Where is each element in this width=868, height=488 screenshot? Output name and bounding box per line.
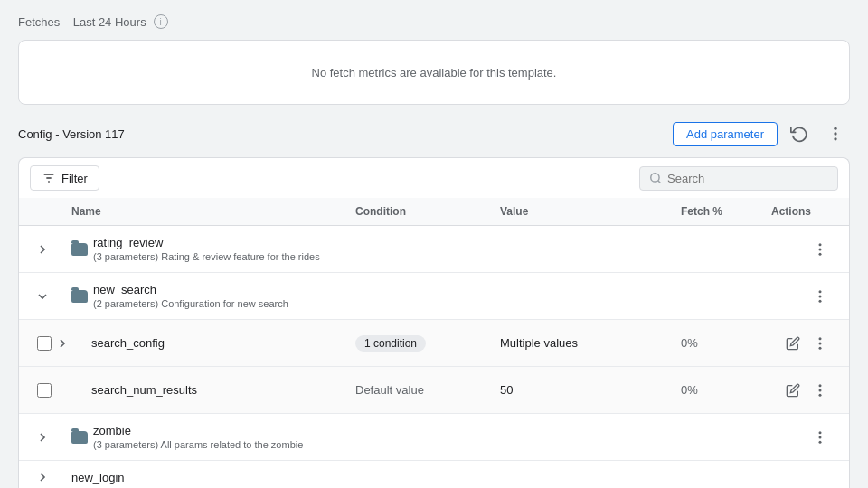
- table-row: rating_review (3 parameters) Rating & re…: [19, 226, 849, 273]
- more-vert-icon: [826, 125, 844, 143]
- param-name: zombie: [93, 424, 303, 437]
- search-box: [639, 166, 838, 191]
- fetch-percent: 0%: [681, 336, 698, 350]
- svg-point-19: [819, 393, 822, 396]
- row-name-cell: zombie (3 parameters) All params related…: [66, 417, 350, 457]
- param-name: search_num_results: [91, 383, 197, 397]
- svg-point-0: [834, 127, 836, 130]
- row-more-button[interactable]: [807, 378, 833, 403]
- svg-point-16: [819, 346, 822, 349]
- svg-point-15: [819, 342, 822, 344]
- table-row: zombie (3 parameters) All params related…: [19, 414, 849, 461]
- row-actions-cell: [766, 277, 838, 316]
- row-value-cell: [495, 242, 675, 257]
- row-actions-cell: [766, 470, 838, 484]
- row-expand-cell: [30, 235, 66, 264]
- row-value-cell: 50: [495, 376, 675, 404]
- collapse-icon[interactable]: [35, 289, 50, 304]
- row-condition-cell: Default value: [350, 376, 495, 404]
- row-more-button[interactable]: [807, 425, 833, 450]
- filter-label: Filter: [61, 172, 88, 185]
- row-fetch-cell: [675, 430, 766, 445]
- row-name-cell: search_num_results: [66, 376, 350, 404]
- param-desc: (3 parameters) Rating & review feature f…: [93, 251, 320, 262]
- param-name: new_login: [71, 471, 125, 484]
- svg-point-17: [819, 384, 822, 387]
- svg-point-8: [819, 243, 822, 246]
- edit-icon: [786, 383, 800, 398]
- param-name: search_config: [91, 336, 165, 350]
- search-icon: [649, 172, 662, 184]
- table-row: search_num_results Default value 50 0%: [19, 367, 849, 414]
- row-more-button[interactable]: [807, 331, 833, 356]
- row-checkbox[interactable]: [37, 383, 52, 398]
- param-desc: (2 parameters) Configuration for new sea…: [93, 298, 288, 309]
- row-more-button[interactable]: [807, 237, 833, 262]
- filter-button[interactable]: Filter: [30, 165, 99, 191]
- col-condition: Condition: [350, 198, 495, 225]
- row-fetch-cell: 0%: [675, 329, 766, 357]
- row-fetch-cell: [675, 470, 766, 484]
- row-edit-button[interactable]: [780, 331, 806, 356]
- row-expand-cell: [30, 463, 66, 488]
- fetches-info-icon[interactable]: i: [154, 14, 168, 29]
- svg-point-6: [651, 174, 659, 182]
- table-header: Name Condition Value Fetch % Actions: [19, 198, 849, 226]
- row-value: Multiple values: [500, 336, 578, 350]
- config-more-button[interactable]: [821, 119, 850, 148]
- svg-point-9: [819, 248, 822, 250]
- svg-point-2: [834, 137, 836, 140]
- folder-icon: [71, 290, 88, 303]
- table-row: new_search (2 parameters) Configuration …: [19, 273, 849, 320]
- row-condition-cell: [350, 470, 495, 484]
- row-actions-cell: [766, 230, 838, 269]
- table-toolbar: Filter: [18, 157, 850, 198]
- config-header: Config - Version 117 Add parameter: [18, 119, 850, 148]
- row-fetch-cell: [675, 242, 766, 257]
- row-more-button[interactable]: [807, 284, 833, 309]
- fetch-percent: 0%: [681, 383, 698, 397]
- row-edit-button[interactable]: [780, 378, 806, 403]
- row-expand-cell: [30, 423, 66, 452]
- fetch-empty-message: No fetch metrics are available for this …: [312, 66, 557, 80]
- fetches-section-header: Fetches – Last 24 Hours i: [18, 14, 850, 29]
- row-name-cell: new_login: [66, 464, 350, 489]
- row-value: 50: [500, 383, 513, 397]
- expand-icon[interactable]: [35, 430, 50, 445]
- fetches-title: Fetches – Last 24 Hours: [18, 15, 146, 29]
- expand-icon[interactable]: [35, 242, 50, 257]
- folder-icon: [71, 243, 88, 256]
- edit-icon: [786, 336, 800, 351]
- param-name: rating_review: [93, 236, 320, 249]
- svg-point-11: [819, 290, 822, 293]
- row-condition-cell: [350, 430, 495, 445]
- row-name-cell: search_config: [66, 329, 350, 357]
- fetch-empty-box: No fetch metrics are available for this …: [18, 40, 850, 105]
- row-condition-cell: 1 condition: [350, 328, 495, 359]
- row-actions-cell: [766, 371, 838, 410]
- col-actions: Actions: [766, 198, 838, 225]
- more-vert-icon: [812, 429, 828, 446]
- col-value: Value: [495, 198, 675, 225]
- more-vert-icon: [812, 382, 828, 399]
- table-row: search_config 1 condition Multiple value…: [19, 320, 849, 367]
- history-button[interactable]: [785, 119, 814, 148]
- row-expand-cell: [30, 282, 66, 311]
- row-name-cell: new_search (2 parameters) Configuration …: [66, 276, 350, 316]
- row-actions-cell: [766, 418, 838, 457]
- filter-icon: [42, 171, 56, 185]
- row-expand-cell: [30, 329, 66, 358]
- col-fetch-pct: Fetch %: [675, 198, 766, 225]
- more-vert-icon: [812, 335, 828, 352]
- expand-icon[interactable]: [35, 470, 50, 484]
- add-parameter-button[interactable]: Add parameter: [673, 122, 778, 146]
- row-condition-cell: [350, 289, 495, 304]
- config-title: Config - Version 117: [18, 127, 125, 141]
- svg-point-22: [819, 440, 822, 443]
- search-input[interactable]: [667, 172, 828, 185]
- row-actions-cell: [766, 324, 838, 363]
- row-value-cell: [495, 470, 675, 484]
- row-checkbox[interactable]: [37, 336, 52, 351]
- row-value-cell: Multiple values: [495, 329, 675, 357]
- param-desc: (3 parameters) All params related to the…: [93, 439, 303, 450]
